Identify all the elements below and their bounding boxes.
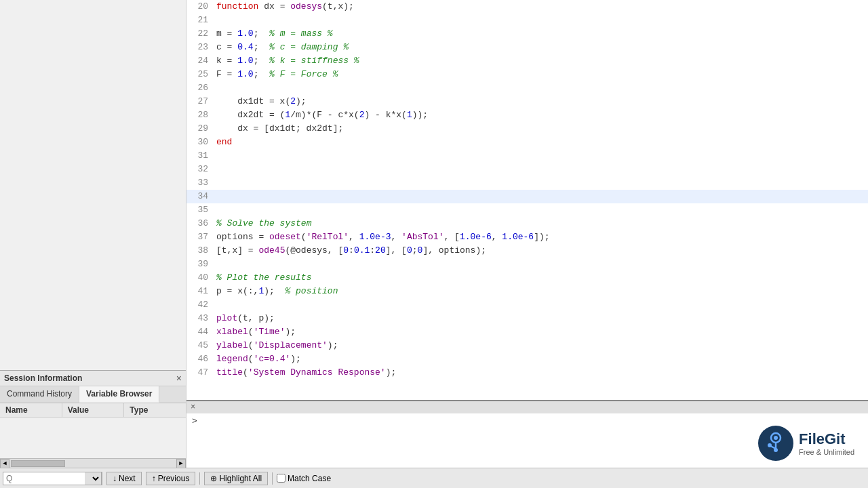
code-line-21: 21 xyxy=(186,14,868,27)
line-num-21: 21 xyxy=(186,14,214,27)
separator2 xyxy=(272,472,273,485)
code-line-36: 36 % Solve the system xyxy=(186,217,868,230)
line-code-31 xyxy=(214,149,868,163)
col-value: Value xyxy=(62,403,125,417)
var-table-header: Name Value Type xyxy=(0,403,186,418)
line-num-39: 39 xyxy=(186,258,214,271)
line-code-26 xyxy=(214,81,868,95)
var-rows xyxy=(0,418,186,458)
line-code-25: F = 1.0; % F = Force % xyxy=(214,68,868,81)
line-num-38: 38 xyxy=(186,244,214,258)
line-code-30: end xyxy=(214,136,868,149)
scroll-track[interactable] xyxy=(11,460,175,467)
code-line-31: 31 xyxy=(186,149,868,163)
code-editor[interactable]: 20 function dx = odesys(t,x); 21 22 m = … xyxy=(186,0,868,400)
code-line-30: 30 end xyxy=(186,136,868,149)
line-num-26: 26 xyxy=(186,81,214,95)
search-dropdown[interactable] xyxy=(85,472,102,485)
scroll-right-arrow[interactable]: ▶ xyxy=(176,459,186,468)
code-line-38: 38 [t,x] = ode45(@odesys, [0:0.1:20], [0… xyxy=(186,244,868,258)
tab-command-history[interactable]: Command History xyxy=(0,386,79,403)
prompt-close-button[interactable]: × xyxy=(191,403,195,412)
code-line-33: 33 xyxy=(186,176,868,190)
separator xyxy=(199,472,200,485)
filegit-name: FileGit xyxy=(799,430,854,448)
line-code-36: % Solve the system xyxy=(214,217,868,230)
code-line-20: 20 function dx = odesys(t,x); xyxy=(186,0,868,14)
line-code-35 xyxy=(214,203,868,217)
line-num-31: 31 xyxy=(186,149,214,163)
left-top-space xyxy=(0,0,186,370)
left-panel: Session Information × Command History Va… xyxy=(0,0,186,468)
match-case-label: Match Case xyxy=(288,474,331,483)
scroll-left-arrow[interactable]: ◀ xyxy=(0,459,9,468)
svg-point-1 xyxy=(774,436,778,440)
code-line-24: 24 k = 1.0; % k = stiffness % xyxy=(186,54,868,68)
line-code-20: function dx = odesys(t,x); xyxy=(214,0,868,14)
close-session-button[interactable]: × xyxy=(176,373,182,383)
code-line-44: 44 xlabel('Time'); xyxy=(186,325,868,339)
code-line-27: 27 dx1dt = x(2); xyxy=(186,95,868,108)
bottom-search-bar: ↓ Next ↑ Previous ⊕ Highlight All Match … xyxy=(0,468,868,488)
match-case-wrap[interactable]: Match Case xyxy=(277,474,331,483)
line-num-36: 36 xyxy=(186,217,214,230)
code-line-29: 29 dx = [dx1dt; dx2dt]; xyxy=(186,122,868,136)
line-code-42 xyxy=(214,298,868,312)
scroll-thumb[interactable] xyxy=(11,460,65,467)
tabs-row: Command History Variable Browser xyxy=(0,386,186,403)
line-num-37: 37 xyxy=(186,230,214,244)
code-line-23: 23 c = 0.4; % c = damping % xyxy=(186,41,868,54)
code-line-37: 37 options = odeset('RelTol', 1.0e-3, 'A… xyxy=(186,230,868,244)
highlight-all-label: Highlight All xyxy=(219,474,262,483)
line-code-40: % Plot the results xyxy=(214,271,868,285)
code-area: 20 function dx = odesys(t,x); 21 22 m = … xyxy=(186,0,868,468)
line-num-40: 40 xyxy=(186,271,214,285)
line-code-37: options = odeset('RelTol', 1.0e-3, 'AbsT… xyxy=(214,230,868,244)
highlight-icon: ⊕ xyxy=(210,474,217,483)
line-code-21 xyxy=(214,14,868,27)
line-code-39 xyxy=(214,258,868,271)
line-code-44: xlabel('Time'); xyxy=(214,325,868,339)
code-line-22: 22 m = 1.0; % m = mass % xyxy=(186,27,868,41)
next-label: Next xyxy=(119,474,136,483)
next-button[interactable]: ↓ Next xyxy=(106,472,142,485)
prev-arrow-icon: ↑ xyxy=(152,474,156,483)
line-code-38: [t,x] = ode45(@odesys, [0:0.1:20], [0;0]… xyxy=(214,244,868,258)
line-code-43: plot(t, p); xyxy=(214,312,868,325)
horizontal-scrollbar[interactable]: ◀ ▶ xyxy=(0,458,186,468)
previous-label: Previous xyxy=(158,474,190,483)
line-num-44: 44 xyxy=(186,325,214,339)
line-code-29: dx = [dx1dt; dx2dt]; xyxy=(214,122,868,136)
code-line-28: 28 dx2dt = (1/m)*(F - c*x(2) - k*x(1)); xyxy=(186,108,868,122)
line-num-45: 45 xyxy=(186,339,214,352)
session-info-panel: Session Information × Command History Va… xyxy=(0,370,186,468)
code-line-45: 45 ylabel('Displacement'); xyxy=(186,339,868,352)
line-code-34 xyxy=(214,190,868,203)
code-line-40: 40 % Plot the results xyxy=(186,271,868,285)
search-input[interactable] xyxy=(3,474,85,483)
line-num-41: 41 xyxy=(186,285,214,298)
line-num-46: 46 xyxy=(186,352,214,366)
svg-point-5 xyxy=(768,443,772,447)
match-case-checkbox[interactable] xyxy=(277,474,285,483)
session-header: Session Information × xyxy=(0,371,186,386)
line-num-30: 30 xyxy=(186,136,214,149)
previous-button[interactable]: ↑ Previous xyxy=(146,472,196,485)
line-num-35: 35 xyxy=(186,203,214,217)
line-num-42: 42 xyxy=(186,298,214,312)
code-line-35: 35 xyxy=(186,203,868,217)
code-line-39: 39 xyxy=(186,258,868,271)
line-code-22: m = 1.0; % m = mass % xyxy=(214,27,868,41)
line-num-28: 28 xyxy=(186,108,214,122)
code-line-42: 42 xyxy=(186,298,868,312)
line-code-33 xyxy=(214,176,868,190)
code-line-26: 26 xyxy=(186,81,868,95)
line-num-47: 47 xyxy=(186,366,214,380)
line-num-22: 22 xyxy=(186,27,214,41)
prompt-symbol: > xyxy=(192,416,197,426)
line-num-23: 23 xyxy=(186,41,214,54)
highlight-all-button[interactable]: ⊕ Highlight All xyxy=(204,472,268,485)
line-code-41: p = x(:,1); % position xyxy=(214,285,868,298)
tab-variable-browser[interactable]: Variable Browser xyxy=(79,386,159,403)
code-line-32: 32 xyxy=(186,163,868,176)
